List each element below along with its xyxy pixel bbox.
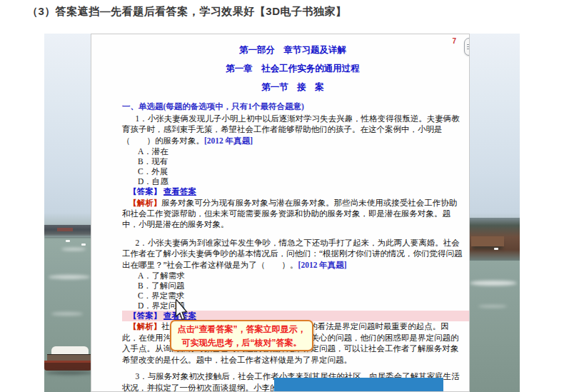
callout-line-2: 可实现先思考，后“核对”答案。 <box>171 336 312 350</box>
doc-heading-section: 第一节 接 案 <box>122 81 463 93</box>
mouse-cursor-icon <box>175 299 188 321</box>
option-d: D．自愿 <box>138 176 463 186</box>
page-number: 7 <box>452 37 456 45</box>
analysis-label: 【解析】 <box>129 322 161 331</box>
exam-year-tag: [2012 年真题] <box>298 261 347 269</box>
option-b: B．了解问题 <box>138 281 463 291</box>
photo-shoreline-left <box>44 225 96 237</box>
scroll-drag-handle[interactable] <box>464 38 470 56</box>
photo-water-wake <box>478 305 507 308</box>
doc-heading-chapter: 第一章 社会工作实务的通用过程 <box>122 63 463 74</box>
question-stem: 1．小张夫妻俩发现儿子小明上初中以后逐渐对学习失去兴趣，性格变得很叛逆。夫妻俩教… <box>122 114 463 146</box>
option-b: B．现有 <box>138 156 463 166</box>
screen: （3）答案遮挡—先看题后看答案，学习效果好【3D电子书独家】 7 第一部分 章节… <box>0 0 564 392</box>
answer-label: 【答案】 <box>129 311 161 320</box>
question-block: 1．小张夫妻俩发现儿子小明上初中以后逐渐对学习失去兴趣，性格变得很叛逆。夫妻俩教… <box>122 114 463 231</box>
analysis-label: 【解析】 <box>129 198 161 207</box>
question-stem: 2．小张夫妻俩为到谁家过年发生争吵，情急之下还动手打了起来，为此两人要离婚。社会… <box>122 238 463 271</box>
blue-highlight-bar <box>274 378 443 392</box>
page-title: （3）答案遮挡—先看题后看答案，学习效果好【3D电子书独家】 <box>27 5 347 19</box>
photo-water-wake <box>61 248 86 251</box>
exam-year-tag: [2012 年真题] <box>204 136 253 145</box>
answer-label: 【答案】 <box>129 187 161 196</box>
photo-small-boat <box>66 240 70 242</box>
analysis-paragraph: 【解析】服务对象可分为现有服务对象与潜在服务对象。那些尚未使用或接受社会工作协助… <box>122 198 463 231</box>
option-c: C．外展 <box>138 166 463 176</box>
drag-handle-icon <box>467 44 470 45</box>
option-a: A．潜在 <box>138 146 463 156</box>
photo-small-boat <box>494 248 498 250</box>
view-answer-link[interactable]: 查看答案 <box>163 187 196 196</box>
photo-ferry-boat <box>44 346 94 379</box>
answer-row: 【答案】 查看答案 <box>122 186 463 197</box>
option-a: A．了解需求 <box>138 271 463 281</box>
photo-shoreline-right <box>467 218 520 261</box>
callout-line-1: 点击“查看答案”，答案立即显示， <box>171 323 312 336</box>
photo-water-wake <box>470 281 517 286</box>
doc-heading-part: 第一部分 章节习题及详解 <box>122 44 463 56</box>
photo-water-wake <box>49 275 90 279</box>
ebook-page: 7 第一部分 章节习题及详解 第一章 社会工作实务的通用过程 第一节 接 案 一… <box>91 34 470 392</box>
photo-small-boat <box>81 243 86 246</box>
photo-water-wake <box>51 312 83 316</box>
question-type-heading: 一、单选题(每题的备选项中，只有1个最符合题意) <box>122 101 463 112</box>
callout-tooltip: 点击“查看答案”，答案立即显示， 可实现先思考，后“核对”答案。 <box>170 320 313 351</box>
